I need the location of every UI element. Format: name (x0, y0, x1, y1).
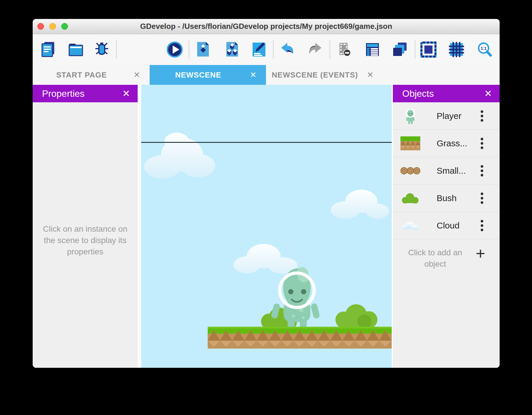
object-label: Bush (437, 193, 456, 203)
project-manager-icon[interactable] (40, 41, 57, 58)
tab-newscene-events[interactable]: NEWSCENE (EVENTS) ✕ (266, 65, 383, 85)
delete-instances-icon[interactable] (336, 41, 353, 58)
object-row-small[interactable]: Small... (393, 157, 500, 184)
object-label: Player (437, 111, 461, 121)
kebab-menu-icon[interactable] (481, 192, 483, 204)
toolbar-separator (415, 40, 415, 59)
properties-empty-message: Click on an instance on the scene to dis… (39, 223, 131, 257)
scene-canvas[interactable] (141, 85, 392, 368)
gdevelop-window: GDevelop - /Users/florian/GDevelop proje… (33, 19, 500, 368)
add-object-row[interactable]: Click to add an object + (393, 239, 500, 278)
kebab-menu-icon[interactable] (481, 138, 483, 149)
toolbar-separator (116, 40, 117, 59)
grass-platform-icon (400, 136, 420, 150)
tab-bar: START PAGE ✕ NEWSCENE ✕ NEWSCENE (EVENTS… (33, 65, 500, 85)
cloud-instance-3[interactable] (233, 244, 298, 274)
toolbar-separator (273, 40, 274, 59)
kebab-menu-icon[interactable] (481, 220, 483, 231)
wood-logs-icon (400, 166, 420, 175)
play-icon[interactable] (166, 41, 183, 58)
objects-panel-title: Objects (402, 88, 484, 99)
scene-render (141, 85, 392, 368)
cloud-instance-1[interactable] (144, 133, 215, 179)
properties-panel-title: Properties (42, 88, 122, 99)
title-bar: GDevelop - /Users/florian/GDevelop proje… (33, 19, 500, 34)
object-label: Grass... (437, 138, 467, 148)
redo-icon[interactable] (306, 41, 324, 58)
close-icon[interactable]: ✕ (484, 89, 492, 98)
objects-panel: Objects ✕ Player Grass... (393, 85, 500, 368)
grass-platform-instance[interactable] (208, 327, 392, 349)
toolbar-separator (189, 40, 189, 59)
object-label: Small... (437, 166, 466, 176)
objects-panel-header: Objects ✕ (393, 85, 500, 102)
kebab-menu-icon[interactable] (481, 110, 483, 122)
svg-text:1:1: 1:1 (481, 46, 487, 51)
object-row-grass[interactable]: Grass... (393, 130, 500, 157)
bush-instance-2[interactable] (335, 304, 377, 328)
close-tab-icon[interactable]: ✕ (247, 70, 260, 80)
bush-icon (400, 192, 420, 204)
open-project-icon[interactable] (67, 41, 85, 58)
debugger-icon[interactable] (94, 41, 111, 58)
properties-panel-header: Properties ✕ (33, 85, 138, 102)
object-row-cloud[interactable]: Cloud (393, 212, 500, 239)
player-avatar-icon (403, 107, 418, 125)
properties-panel: Properties ✕ Click on an instance on the… (33, 85, 138, 368)
close-icon[interactable]: ✕ (122, 89, 130, 98)
cloud-instance-2[interactable] (331, 190, 389, 219)
layers-icon[interactable] (391, 41, 409, 58)
cloud-icon (400, 220, 420, 231)
objects-editor-icon[interactable] (223, 41, 241, 58)
screenshot-background: GDevelop - /Users/florian/GDevelop proje… (0, 0, 532, 415)
toolbar: 1:1 (33, 34, 500, 65)
undo-icon[interactable] (279, 41, 296, 58)
object-row-player[interactable]: Player (393, 102, 500, 130)
plus-icon[interactable]: + (476, 244, 485, 263)
scene-editor-icon[interactable] (194, 41, 212, 58)
toolbar-separator (330, 40, 330, 59)
grid-icon[interactable] (448, 41, 465, 58)
close-tab-icon[interactable]: ✕ (364, 70, 377, 80)
tab-newscene[interactable]: NEWSCENE ✕ (150, 65, 266, 85)
kebab-menu-icon[interactable] (481, 165, 483, 176)
object-row-bush[interactable]: Bush (393, 184, 500, 212)
main-content: Properties ✕ Click on an instance on the… (33, 85, 500, 368)
add-object-label: Click to add an object (401, 247, 469, 270)
tab-start-page[interactable]: START PAGE ✕ (33, 65, 150, 85)
events-editor-icon[interactable] (250, 41, 268, 58)
window-title: GDevelop - /Users/florian/GDevelop proje… (33, 19, 500, 34)
instances-list-icon[interactable] (364, 41, 381, 58)
window-mask-icon[interactable] (420, 41, 437, 58)
zoom-1-1-icon[interactable]: 1:1 (476, 41, 494, 58)
scene-border-line (141, 142, 392, 143)
object-label: Cloud (437, 221, 459, 231)
close-tab-icon[interactable]: ✕ (130, 70, 143, 80)
